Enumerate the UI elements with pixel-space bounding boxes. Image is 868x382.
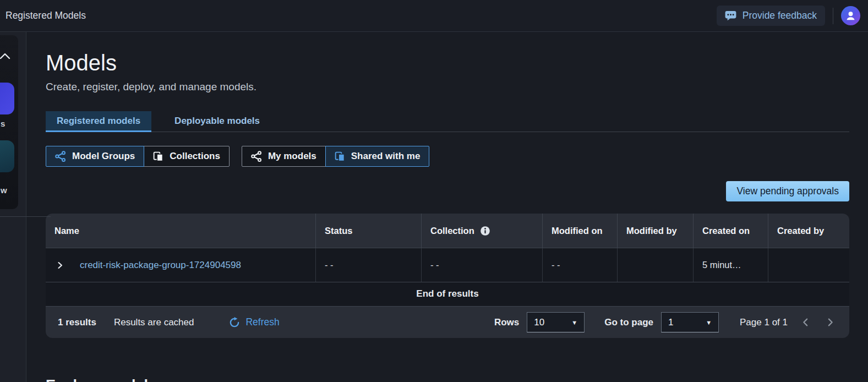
segment-my-models[interactable]: My models xyxy=(242,146,326,167)
shared-with-me-icon xyxy=(335,151,345,162)
cell-created-by xyxy=(768,248,849,282)
flyout-tile-teal[interactable] xyxy=(0,140,14,172)
rows-per-page-value: 10 xyxy=(534,317,544,328)
clipped-left-flyout-panel: s w xyxy=(0,35,18,209)
refresh-icon xyxy=(229,317,240,328)
collections-icon xyxy=(153,151,163,162)
cached-note: Results are cached xyxy=(114,317,194,328)
flyout-label-fragment-1: s xyxy=(1,119,5,128)
refresh-button[interactable]: Refresh xyxy=(229,316,279,328)
segment-label: My models xyxy=(268,151,316,162)
column-header-created-on: Created on xyxy=(693,214,768,248)
provide-feedback-button[interactable]: Provide feedback xyxy=(717,6,825,26)
page-title: Models xyxy=(46,51,849,75)
column-header-modified-on: Modified on xyxy=(542,214,617,248)
main-content: Models Create, register, deploy, and man… xyxy=(27,32,868,382)
tab-deployable-models[interactable]: Deployable models xyxy=(163,111,271,132)
cell-status: - - xyxy=(315,248,421,282)
goto-page-select[interactable]: 1 ▼ xyxy=(661,312,719,332)
rows-label: Rows xyxy=(494,317,519,328)
flyout-divider-line xyxy=(0,216,51,217)
segment-label: Shared with me xyxy=(351,151,421,162)
topbar-divider xyxy=(833,8,833,24)
speech-bubble-icon xyxy=(725,10,736,21)
user-avatar[interactable] xyxy=(841,6,860,25)
segment-collections[interactable]: Collections xyxy=(144,146,230,167)
provide-feedback-label: Provide feedback xyxy=(743,10,817,21)
tab-bar: Registered models Deployable models xyxy=(46,111,849,132)
user-icon xyxy=(844,9,857,22)
column-header-name: Name xyxy=(46,214,315,248)
column-header-modified-by: Modified by xyxy=(617,214,693,248)
table-header-row: Name Status Collection Modified on xyxy=(46,214,849,248)
column-header-status: Status xyxy=(315,214,421,248)
goto-page-label: Go to page xyxy=(604,317,653,328)
ownership-segment-group: My models Shared with me xyxy=(242,146,430,167)
model-group-link[interactable]: credit-risk-package-group-1724904598 xyxy=(80,260,241,271)
cell-collection: - - xyxy=(421,248,542,282)
window-title: Registered Models xyxy=(6,10,86,21)
flyout-label-fragment-2: w xyxy=(1,185,7,195)
page-subtitle: Create, register, deploy, and manage mod… xyxy=(46,81,849,93)
clipped-section-heading: Explore models xyxy=(46,377,156,382)
chevron-down-icon: ▼ xyxy=(571,319,577,326)
column-header-created-by: Created by xyxy=(768,214,849,248)
top-bar: Registered Models Provide feedback xyxy=(0,0,868,32)
goto-page-value: 1 xyxy=(668,317,673,328)
segment-label: Collections xyxy=(170,151,220,162)
table-footer: 1 results Results are cached Refresh Row… xyxy=(46,306,849,338)
my-models-icon xyxy=(251,151,262,162)
cell-modified-on: - - xyxy=(542,248,617,282)
rows-per-page-select[interactable]: 10 ▼ xyxy=(527,312,585,332)
tab-registered-models[interactable]: Registered models xyxy=(46,111,151,132)
column-header-collection: Collection xyxy=(421,214,542,248)
cell-modified-by xyxy=(617,248,693,282)
page-status: Page 1 of 1 xyxy=(740,317,788,328)
end-of-results: End of results xyxy=(46,282,849,306)
cell-name: credit-risk-package-group-1724904598 xyxy=(46,248,315,282)
row-expand-chevron-icon[interactable] xyxy=(54,260,65,271)
chevron-down-icon: ▼ xyxy=(706,319,712,326)
models-table: Name Status Collection Modified on xyxy=(46,214,849,338)
flyout-tile-blue[interactable] xyxy=(0,83,14,114)
info-icon[interactable] xyxy=(480,226,490,236)
next-page-chevron-icon[interactable] xyxy=(823,315,837,329)
cell-created-on: 5 minut… xyxy=(693,248,768,282)
entity-segment-group: Model Groups Collections xyxy=(46,146,230,167)
view-pending-approvals-button[interactable]: View pending approvals xyxy=(726,181,849,201)
chevron-up-icon[interactable] xyxy=(0,52,12,63)
segment-shared-with-me[interactable]: Shared with me xyxy=(325,146,430,167)
filter-segments: Model Groups Collections xyxy=(46,146,849,167)
pagination-controls: Rows 10 ▼ Go to page 1 ▼ Page 1 of 1 xyxy=(494,312,837,332)
table-row: credit-risk-package-group-1724904598 - -… xyxy=(46,248,849,282)
segment-model-groups[interactable]: Model Groups xyxy=(46,146,144,167)
model-groups-icon xyxy=(55,151,66,162)
previous-page-chevron-icon[interactable] xyxy=(799,315,812,329)
segment-label: Model Groups xyxy=(72,151,135,162)
results-count: 1 results xyxy=(58,317,96,328)
actions-row: View pending approvals xyxy=(46,181,849,201)
refresh-label: Refresh xyxy=(245,316,279,328)
